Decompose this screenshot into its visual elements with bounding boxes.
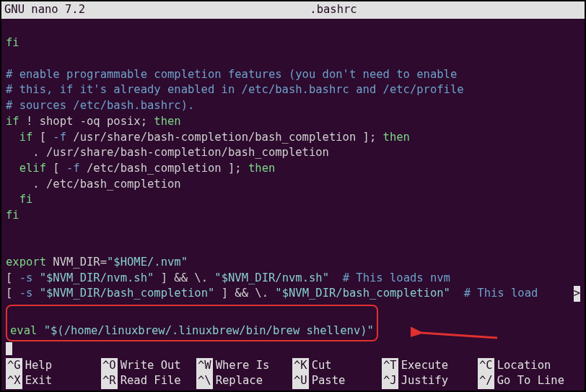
code-string: "$HOME/.nvm": [107, 256, 188, 269]
help-row-2: ^XExit ^RRead File ^\Replace ^UPaste ^JJ…: [6, 373, 580, 389]
code-keyword: then: [383, 131, 410, 144]
help-item[interactable]: ^CLocation: [478, 358, 556, 374]
nano-title-bar: GNU nano 7.2 .bashrc: [1, 1, 585, 19]
nano-help-bar: ^GHelp ^OWrite Out ^WWhere Is ^KCut ^TEx…: [6, 358, 580, 389]
help-row-1: ^GHelp ^OWrite Out ^WWhere Is ^KCut ^TEx…: [6, 358, 580, 374]
code-text: [: [46, 162, 66, 175]
code-text: [: [6, 271, 19, 284]
code-keyword: if: [6, 131, 32, 144]
code-text: ! shopt -oq posix;: [19, 115, 154, 128]
help-item[interactable]: ^RRead File: [101, 373, 196, 389]
code-keyword: elif: [6, 162, 46, 175]
code-string: "$(/home/linuxbrew/.linuxbrew/bin/brew s…: [44, 324, 374, 337]
code-text: . /etc/bash_completion: [6, 178, 181, 191]
code-text: [329, 271, 343, 284]
code-text: [32, 271, 39, 284]
help-item[interactable]: ^\Replace: [196, 373, 292, 389]
code-text: ] && \.: [214, 287, 275, 300]
help-item[interactable]: ^KCut: [292, 358, 382, 374]
code-string: "$NVM_DIR/nvm.sh": [214, 271, 329, 284]
code-keyword: fi: [6, 193, 32, 206]
code-text: . /usr/share/bash-completion/bash_comple…: [6, 146, 329, 159]
code-comment: # enable programmable completion feature…: [6, 68, 457, 81]
code-keyword: if: [6, 115, 19, 128]
code-string: "$NVM_DIR/nvm.sh": [40, 271, 154, 284]
code-text: [32, 287, 39, 300]
help-item[interactable]: ^GHelp: [6, 358, 101, 374]
filename: .bashrc: [85, 2, 582, 18]
code-string: "$NVM_DIR/bash_completion": [275, 287, 450, 300]
help-item[interactable]: ^WWhere Is: [196, 358, 292, 374]
cursor: [6, 342, 12, 355]
code-text: [450, 287, 464, 300]
code-line: fi: [6, 36, 19, 49]
code-keyword: then: [248, 162, 275, 175]
code-keyword: export: [6, 256, 46, 269]
highlighted-line-box: eval "$(/home/linuxbrew/.linuxbrew/bin/b…: [6, 305, 378, 341]
code-keyword: eval: [10, 324, 37, 337]
code-keyword: then: [154, 115, 180, 128]
code-comment: # this, if it's already enabled in /etc/…: [6, 83, 464, 96]
editor-content[interactable]: fi # enable programmable completion feat…: [1, 19, 585, 357]
help-item[interactable]: ^UPaste: [292, 373, 382, 389]
help-item[interactable]: ^OWrite Out: [101, 358, 196, 374]
code-string: "$NVM_DIR/bash_completion": [40, 287, 215, 300]
code-comment: # This load: [464, 287, 538, 300]
code-text: /etc/bash_completion ];: [80, 162, 248, 175]
code-text: ] && \.: [154, 271, 214, 284]
code-comment: # sources /etc/bash.bashrc).: [6, 99, 194, 112]
code-text: NVM_DIR=: [46, 256, 107, 269]
code-flag: -f: [66, 162, 80, 175]
help-item[interactable]: ^/Go To Line: [478, 373, 570, 389]
code-flag: -f: [53, 131, 66, 144]
help-item[interactable]: ^JJustify: [382, 373, 478, 389]
code-comment: # This loads nvm: [343, 271, 450, 284]
line-truncated-indicator: >: [574, 286, 580, 302]
code-text: [: [32, 131, 53, 144]
code-text: /usr/share/bash-completion/bash_completi…: [66, 131, 383, 144]
code-text: [: [6, 287, 19, 300]
help-item[interactable]: ^TExecute: [382, 358, 478, 374]
code-flag: -s: [19, 271, 33, 284]
help-item[interactable]: ^XExit: [6, 373, 101, 389]
terminal-window: GNU nano 7.2 .bashrc fi # enable program…: [1, 1, 585, 391]
app-name: GNU nano 7.2: [4, 2, 85, 18]
code-flag: -s: [19, 287, 33, 300]
code-keyword: fi: [6, 209, 19, 222]
code-text: [37, 324, 43, 337]
